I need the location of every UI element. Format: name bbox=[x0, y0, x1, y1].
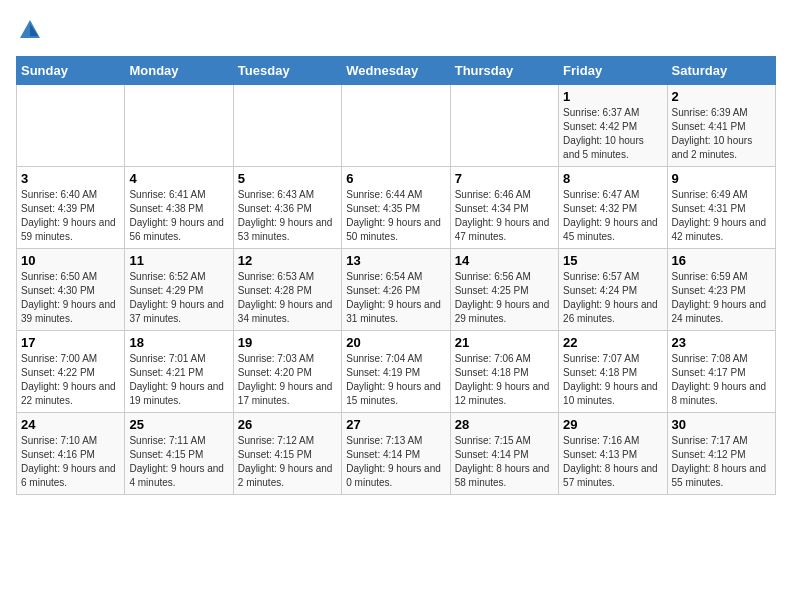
day-info: Sunrise: 7:16 AM Sunset: 4:13 PM Dayligh… bbox=[563, 434, 662, 490]
day-info: Sunrise: 6:53 AM Sunset: 4:28 PM Dayligh… bbox=[238, 270, 337, 326]
day-number: 19 bbox=[238, 335, 337, 350]
day-cell: 28Sunrise: 7:15 AM Sunset: 4:14 PM Dayli… bbox=[450, 413, 558, 495]
day-cell: 18Sunrise: 7:01 AM Sunset: 4:21 PM Dayli… bbox=[125, 331, 233, 413]
day-cell: 10Sunrise: 6:50 AM Sunset: 4:30 PM Dayli… bbox=[17, 249, 125, 331]
col-header-sunday: Sunday bbox=[17, 57, 125, 85]
day-cell bbox=[450, 85, 558, 167]
day-cell: 20Sunrise: 7:04 AM Sunset: 4:19 PM Dayli… bbox=[342, 331, 450, 413]
day-cell: 22Sunrise: 7:07 AM Sunset: 4:18 PM Dayli… bbox=[559, 331, 667, 413]
day-number: 23 bbox=[672, 335, 771, 350]
day-cell: 5Sunrise: 6:43 AM Sunset: 4:36 PM Daylig… bbox=[233, 167, 341, 249]
day-number: 26 bbox=[238, 417, 337, 432]
day-info: Sunrise: 6:56 AM Sunset: 4:25 PM Dayligh… bbox=[455, 270, 554, 326]
day-cell: 9Sunrise: 6:49 AM Sunset: 4:31 PM Daylig… bbox=[667, 167, 775, 249]
week-row-1: 3Sunrise: 6:40 AM Sunset: 4:39 PM Daylig… bbox=[17, 167, 776, 249]
day-cell bbox=[233, 85, 341, 167]
day-info: Sunrise: 6:47 AM Sunset: 4:32 PM Dayligh… bbox=[563, 188, 662, 244]
day-cell: 25Sunrise: 7:11 AM Sunset: 4:15 PM Dayli… bbox=[125, 413, 233, 495]
day-number: 15 bbox=[563, 253, 662, 268]
day-info: Sunrise: 7:11 AM Sunset: 4:15 PM Dayligh… bbox=[129, 434, 228, 490]
day-number: 30 bbox=[672, 417, 771, 432]
day-cell: 21Sunrise: 7:06 AM Sunset: 4:18 PM Dayli… bbox=[450, 331, 558, 413]
day-cell: 19Sunrise: 7:03 AM Sunset: 4:20 PM Dayli… bbox=[233, 331, 341, 413]
col-header-thursday: Thursday bbox=[450, 57, 558, 85]
day-cell: 1Sunrise: 6:37 AM Sunset: 4:42 PM Daylig… bbox=[559, 85, 667, 167]
day-cell bbox=[342, 85, 450, 167]
day-cell: 11Sunrise: 6:52 AM Sunset: 4:29 PM Dayli… bbox=[125, 249, 233, 331]
col-header-monday: Monday bbox=[125, 57, 233, 85]
day-cell bbox=[17, 85, 125, 167]
day-info: Sunrise: 6:49 AM Sunset: 4:31 PM Dayligh… bbox=[672, 188, 771, 244]
day-info: Sunrise: 6:40 AM Sunset: 4:39 PM Dayligh… bbox=[21, 188, 120, 244]
day-cell: 7Sunrise: 6:46 AM Sunset: 4:34 PM Daylig… bbox=[450, 167, 558, 249]
day-number: 20 bbox=[346, 335, 445, 350]
week-row-0: 1Sunrise: 6:37 AM Sunset: 4:42 PM Daylig… bbox=[17, 85, 776, 167]
day-number: 1 bbox=[563, 89, 662, 104]
day-info: Sunrise: 6:41 AM Sunset: 4:38 PM Dayligh… bbox=[129, 188, 228, 244]
day-info: Sunrise: 7:03 AM Sunset: 4:20 PM Dayligh… bbox=[238, 352, 337, 408]
day-number: 22 bbox=[563, 335, 662, 350]
day-number: 7 bbox=[455, 171, 554, 186]
day-cell: 12Sunrise: 6:53 AM Sunset: 4:28 PM Dayli… bbox=[233, 249, 341, 331]
day-number: 13 bbox=[346, 253, 445, 268]
day-cell: 26Sunrise: 7:12 AM Sunset: 4:15 PM Dayli… bbox=[233, 413, 341, 495]
week-row-4: 24Sunrise: 7:10 AM Sunset: 4:16 PM Dayli… bbox=[17, 413, 776, 495]
day-info: Sunrise: 6:52 AM Sunset: 4:29 PM Dayligh… bbox=[129, 270, 228, 326]
calendar-table: SundayMondayTuesdayWednesdayThursdayFrid… bbox=[16, 56, 776, 495]
day-info: Sunrise: 6:54 AM Sunset: 4:26 PM Dayligh… bbox=[346, 270, 445, 326]
day-cell: 16Sunrise: 6:59 AM Sunset: 4:23 PM Dayli… bbox=[667, 249, 775, 331]
day-cell: 4Sunrise: 6:41 AM Sunset: 4:38 PM Daylig… bbox=[125, 167, 233, 249]
day-cell: 17Sunrise: 7:00 AM Sunset: 4:22 PM Dayli… bbox=[17, 331, 125, 413]
col-header-tuesday: Tuesday bbox=[233, 57, 341, 85]
day-number: 9 bbox=[672, 171, 771, 186]
day-info: Sunrise: 7:15 AM Sunset: 4:14 PM Dayligh… bbox=[455, 434, 554, 490]
logo-icon bbox=[16, 16, 44, 44]
header bbox=[16, 16, 776, 44]
day-cell: 24Sunrise: 7:10 AM Sunset: 4:16 PM Dayli… bbox=[17, 413, 125, 495]
day-info: Sunrise: 7:12 AM Sunset: 4:15 PM Dayligh… bbox=[238, 434, 337, 490]
day-cell: 30Sunrise: 7:17 AM Sunset: 4:12 PM Dayli… bbox=[667, 413, 775, 495]
day-number: 2 bbox=[672, 89, 771, 104]
day-info: Sunrise: 6:50 AM Sunset: 4:30 PM Dayligh… bbox=[21, 270, 120, 326]
day-number: 28 bbox=[455, 417, 554, 432]
day-number: 12 bbox=[238, 253, 337, 268]
day-cell: 27Sunrise: 7:13 AM Sunset: 4:14 PM Dayli… bbox=[342, 413, 450, 495]
day-cell bbox=[125, 85, 233, 167]
col-header-wednesday: Wednesday bbox=[342, 57, 450, 85]
week-row-3: 17Sunrise: 7:00 AM Sunset: 4:22 PM Dayli… bbox=[17, 331, 776, 413]
day-info: Sunrise: 7:00 AM Sunset: 4:22 PM Dayligh… bbox=[21, 352, 120, 408]
day-cell: 6Sunrise: 6:44 AM Sunset: 4:35 PM Daylig… bbox=[342, 167, 450, 249]
day-number: 5 bbox=[238, 171, 337, 186]
day-number: 29 bbox=[563, 417, 662, 432]
day-info: Sunrise: 6:57 AM Sunset: 4:24 PM Dayligh… bbox=[563, 270, 662, 326]
day-cell: 13Sunrise: 6:54 AM Sunset: 4:26 PM Dayli… bbox=[342, 249, 450, 331]
day-info: Sunrise: 6:46 AM Sunset: 4:34 PM Dayligh… bbox=[455, 188, 554, 244]
day-number: 14 bbox=[455, 253, 554, 268]
day-number: 24 bbox=[21, 417, 120, 432]
day-number: 6 bbox=[346, 171, 445, 186]
day-info: Sunrise: 6:37 AM Sunset: 4:42 PM Dayligh… bbox=[563, 106, 662, 162]
day-info: Sunrise: 7:13 AM Sunset: 4:14 PM Dayligh… bbox=[346, 434, 445, 490]
day-cell: 15Sunrise: 6:57 AM Sunset: 4:24 PM Dayli… bbox=[559, 249, 667, 331]
day-number: 16 bbox=[672, 253, 771, 268]
logo bbox=[16, 16, 48, 44]
day-number: 4 bbox=[129, 171, 228, 186]
day-number: 25 bbox=[129, 417, 228, 432]
day-cell: 2Sunrise: 6:39 AM Sunset: 4:41 PM Daylig… bbox=[667, 85, 775, 167]
day-cell: 8Sunrise: 6:47 AM Sunset: 4:32 PM Daylig… bbox=[559, 167, 667, 249]
week-row-2: 10Sunrise: 6:50 AM Sunset: 4:30 PM Dayli… bbox=[17, 249, 776, 331]
col-header-friday: Friday bbox=[559, 57, 667, 85]
col-header-saturday: Saturday bbox=[667, 57, 775, 85]
day-cell: 14Sunrise: 6:56 AM Sunset: 4:25 PM Dayli… bbox=[450, 249, 558, 331]
day-info: Sunrise: 7:06 AM Sunset: 4:18 PM Dayligh… bbox=[455, 352, 554, 408]
day-info: Sunrise: 6:39 AM Sunset: 4:41 PM Dayligh… bbox=[672, 106, 771, 162]
day-info: Sunrise: 7:17 AM Sunset: 4:12 PM Dayligh… bbox=[672, 434, 771, 490]
day-cell: 3Sunrise: 6:40 AM Sunset: 4:39 PM Daylig… bbox=[17, 167, 125, 249]
day-number: 27 bbox=[346, 417, 445, 432]
day-info: Sunrise: 7:10 AM Sunset: 4:16 PM Dayligh… bbox=[21, 434, 120, 490]
day-number: 17 bbox=[21, 335, 120, 350]
day-number: 3 bbox=[21, 171, 120, 186]
day-info: Sunrise: 6:59 AM Sunset: 4:23 PM Dayligh… bbox=[672, 270, 771, 326]
day-number: 10 bbox=[21, 253, 120, 268]
day-info: Sunrise: 6:44 AM Sunset: 4:35 PM Dayligh… bbox=[346, 188, 445, 244]
